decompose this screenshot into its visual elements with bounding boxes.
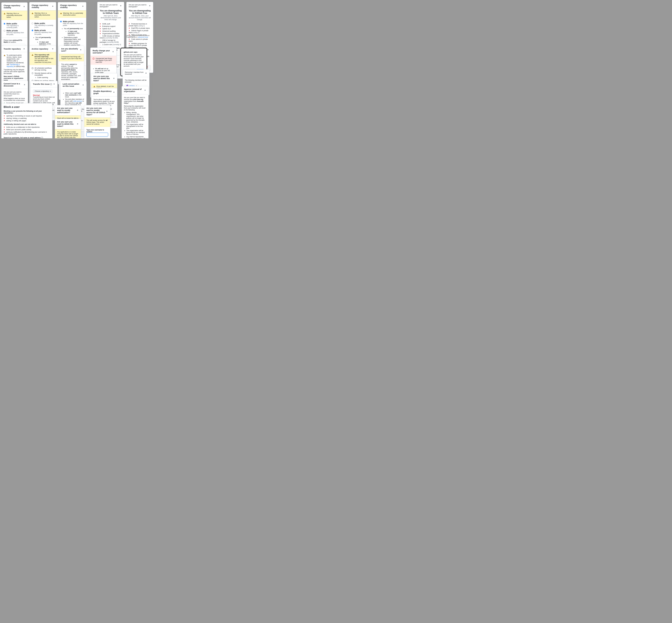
revoke-all-button[interactable]: I understand, revoke access for everythi… [86, 138, 108, 138]
make-private-radio[interactable] [60, 21, 62, 23]
close-icon[interactable]: × [77, 123, 79, 125]
close-icon[interactable]: × [82, 84, 84, 86]
dialog-title: Are you absolutely sure? [61, 48, 80, 52]
close-icon[interactable]: × [149, 5, 151, 7]
close-icon[interactable]: × [77, 109, 79, 112]
dialog-title: Are you sure you want to delete this tea… [93, 75, 113, 82]
close-icon[interactable]: × [112, 51, 114, 53]
downgrade-item: ↓2GB of storage for packages (currently … [100, 39, 122, 43]
make-private-radio[interactable] [4, 30, 5, 32]
alert-icon [4, 12, 5, 14]
downgrade-item: ✕Organizational activities [100, 32, 122, 35]
warning-flash: Warning: this is a potentially destructi… [1, 11, 27, 20]
shield-icon [32, 72, 33, 74]
dialog-title: Really change your username? [92, 50, 112, 54]
close-icon[interactable]: × [106, 110, 108, 113]
close-icon[interactable]: × [23, 48, 25, 50]
info-icon [41, 137, 43, 138]
make-private-radio[interactable] [32, 30, 33, 31]
remove-org-dialog: Approve removal of organization × Are yo… [122, 86, 148, 138]
dialog-title: Are you sure you want to revoke authoriz… [57, 107, 77, 114]
dialog-title: Transfer this issue [33, 83, 52, 85]
error-flash: Unexpected bad things will happen if you… [90, 56, 116, 65]
dialog-title: Lock conversation on this issue [63, 83, 82, 87]
dialog-title: Are you sure you want to downgrade? [129, 4, 149, 8]
downgrade-item: ✕Enterprise support [100, 25, 122, 28]
repository-dropdown[interactable]: Choose a repository▾ [33, 89, 52, 93]
dialog-title: Are you sure you want to revoke access f… [86, 107, 106, 116]
close-icon[interactable]: × [52, 48, 54, 50]
dialog-title: Approve removal of organization [124, 88, 144, 92]
downgrade-item: ✕SAML auth [100, 23, 122, 25]
downgrade-item: ↓1 custom role (currently 3) [100, 43, 122, 46]
alert-icon [4, 54, 5, 56]
warning-flash: This will revoke access for all GitHub A… [84, 118, 110, 127]
stop-icon [92, 58, 94, 60]
downgrade-item: ✕Protected branches in private repos (us… [129, 23, 151, 27]
alert-icon [60, 12, 62, 14]
close-icon[interactable]: × [113, 77, 115, 80]
alert-icon [93, 86, 95, 87]
alert-icon [32, 54, 33, 56]
username-confirm-input[interactable] [86, 133, 108, 137]
info-icon [50, 83, 52, 85]
chevron-down-icon: ▾ [50, 90, 51, 92]
warning-flash: Warning: this is a potentially destructi… [29, 10, 56, 20]
dialog-title: Transfer repository [4, 48, 21, 50]
dialog-title: Are you sure you want to downgrade? [100, 4, 120, 8]
downgrade-item: ✕Multiple assignees for issues and PRs i… [129, 42, 151, 49]
alert-icon [32, 12, 33, 14]
make-public-radio[interactable] [32, 23, 33, 24]
close-icon[interactable]: × [52, 5, 54, 7]
close-icon[interactable]: × [113, 91, 115, 93]
warning-flash: This repository will become read-only.Yo… [29, 52, 56, 65]
downgrade-item: ✕Code owners in private repos [129, 38, 151, 42]
downgrade-item: ↓3,000 minutes of GitHub Actions (curren… [100, 35, 122, 39]
close-icon[interactable]: × [120, 5, 122, 7]
dialog-title: Change repository visibility [32, 4, 52, 8]
downgrade-item: ✕GitHub Pages in private repos (using 1) [129, 29, 151, 34]
dialog-title: Disable dependency graph [93, 90, 113, 94]
dialog-title: Archive repository [32, 48, 48, 50]
close-icon[interactable]: × [144, 89, 146, 91]
dialog-title: Are you sure you want to delete this tok… [57, 121, 77, 127]
dialog-title: Change repository visibility [4, 4, 23, 9]
close-icon[interactable]: × [23, 84, 26, 86]
close-icon[interactable]: × [80, 49, 82, 51]
dialog-title: Change repository visibility [60, 4, 82, 8]
revoke-apps-dialog: Are you sure you want to revoke access f… [84, 105, 110, 138]
close-icon[interactable]: × [23, 5, 25, 8]
block-user-panel: Block a user Blocking a user prevents th… [1, 103, 52, 138]
close-icon[interactable]: × [145, 72, 147, 75]
close-icon[interactable]: × [82, 5, 84, 7]
dialog-title: Removing 1 member from bowstreet [125, 71, 145, 75]
close-icon[interactable]: × [53, 83, 55, 85]
dialog-title: Convert issue to a discussion [4, 83, 23, 87]
make-public-radio[interactable] [4, 23, 5, 25]
warning-flash: Unexpected bad things will happen if you… [59, 54, 84, 61]
delete-token-dialog: Are you sure you want to delete this tok… [55, 119, 81, 138]
warning-flash: Warning: this is a potentially destructi… [58, 10, 86, 18]
warning-flash: Any applications or scripts using this t… [55, 129, 81, 138]
downgrade-item: ✕Advanced auditing [100, 30, 122, 32]
clock-icon [32, 67, 33, 69]
downgrade-item: ✕Uptime SLA [100, 28, 122, 30]
downgrade-item: ✕Draft PRs in private repos [129, 27, 151, 29]
